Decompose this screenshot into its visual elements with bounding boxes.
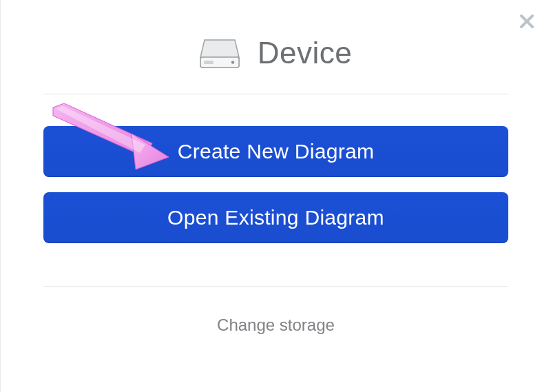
- primary-buttons: Create New Diagram Open Existing Diagram: [1, 126, 551, 243]
- create-new-diagram-button[interactable]: Create New Diagram: [43, 126, 508, 177]
- divider-top: [43, 94, 508, 94]
- dialog-title: Device: [258, 36, 353, 70]
- svg-rect-4: [204, 61, 214, 64]
- close-button[interactable]: [519, 14, 534, 29]
- divider-bottom: [43, 286, 508, 287]
- drive-icon: [200, 38, 240, 68]
- close-icon: [519, 14, 534, 29]
- storage-dialog: Device Create New Diagram Open Existing …: [0, 0, 551, 392]
- svg-point-3: [231, 61, 234, 63]
- open-existing-diagram-button[interactable]: Open Existing Diagram: [43, 192, 508, 243]
- dialog-header: Device: [1, 36, 551, 70]
- change-storage-link[interactable]: Change storage: [1, 316, 551, 335]
